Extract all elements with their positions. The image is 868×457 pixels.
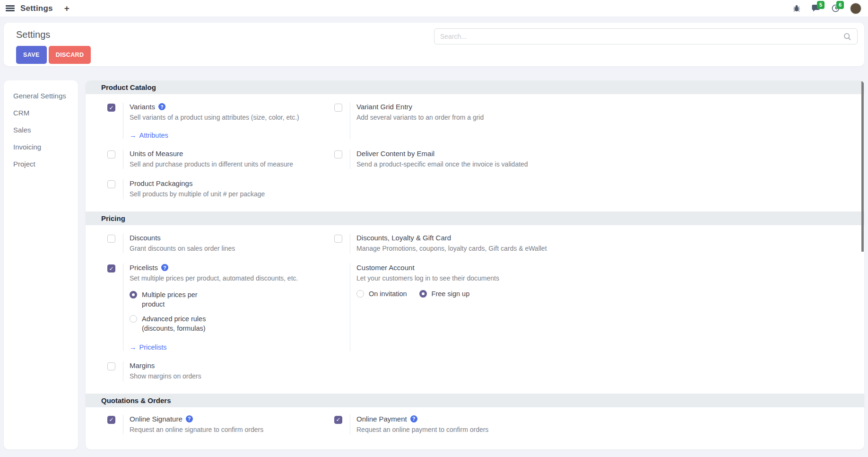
online-payment-checkbox[interactable]: ✓ [334,416,342,424]
loyalty-checkbox[interactable] [334,235,342,243]
menu-icon[interactable] [6,5,15,11]
setting-row: ✓ Pricelists ? Set multiple prices per p… [101,264,864,351]
settings-sidebar: General Settings CRM Sales Invoicing Pro… [4,80,78,449]
sidebar-item-general-settings[interactable]: General Settings [13,92,78,100]
setting-discounts-loyalty-gift-card: Discounts, Loyalty & Gift Card Manage Pr… [328,234,864,254]
radio-button[interactable] [130,315,137,323]
margins-checkbox[interactable] [107,362,115,370]
product-packagings-checkbox[interactable] [107,180,115,188]
messages-badge: 5 [817,1,825,9]
plus-icon[interactable]: + [64,4,69,13]
save-button[interactable]: SAVE [16,46,47,64]
variants-checkbox[interactable]: ✓ [107,104,115,112]
radio-button[interactable] [130,291,137,299]
arrow-right-icon: → [130,132,137,139]
control-panel: Settings SAVE DISCARD [4,23,864,66]
setting-row: Product Packagings Sell products by mult… [101,179,864,199]
setting-label: Units of Measure [130,149,183,158]
sidebar-item-crm[interactable]: CRM [13,109,78,117]
vertical-scrollbar[interactable] [861,81,864,252]
app-title: Settings [20,4,53,13]
activities-icon[interactable]: 6 [831,4,840,13]
radio-button[interactable] [356,290,364,298]
search-icon[interactable] [843,33,851,41]
messages-icon[interactable]: 5 [811,4,821,13]
section-header-product-catalog: Product Catalog [86,80,864,94]
online-signature-checkbox[interactable]: ✓ [107,416,115,424]
empty-cell [328,361,864,381]
help-icon[interactable]: ? [158,103,165,110]
pricelists-link[interactable]: → Pricelists [130,343,298,351]
setting-label: Margins [130,361,155,369]
radio-advanced-price-rules[interactable]: Advanced price rules (discounts, formula… [130,314,298,334]
setting-online-signature: ✓ Online Signature ? Request an online s… [101,415,328,435]
discounts-checkbox[interactable] [107,235,115,243]
radio-multiple-prices[interactable]: Multiple prices per product [130,290,298,309]
setting-margins: Margins Show margins on orders [101,361,328,381]
variant-grid-entry-checkbox[interactable] [334,104,342,112]
section-header-quotations-orders: Quotations & Orders [86,394,864,407]
setting-description: Sell variants of a product using attribu… [130,113,299,123]
setting-description: Set multiple prices per product, automat… [130,274,298,283]
setting-label: Customer Account [356,264,415,272]
empty-cell [328,179,864,199]
setting-label: Product Packagings [130,179,192,187]
help-icon[interactable]: ? [410,415,417,422]
section-header-pricing: Pricing [86,211,864,225]
setting-row: Discounts Grant discounts on sales order… [101,234,864,254]
radio-button[interactable] [419,290,427,298]
setting-description: Sell products by multiple of unit # per … [130,190,265,199]
settings-content: Product Catalog ✓ Variants ? Sell varian… [86,80,864,449]
setting-description: Grant discounts on sales order lines [130,244,235,254]
setting-description: Request an online signature to confirm o… [130,425,263,435]
top-navbar: Settings + 5 6 [0,0,868,17]
sidebar-item-project[interactable]: Project [13,160,78,168]
activities-badge: 6 [836,1,844,9]
setting-deliver-content-by-email: Deliver Content by Email Send a product-… [328,149,864,169]
setting-label: Discounts [130,234,161,242]
sidebar-item-invoicing[interactable]: Invoicing [13,143,78,151]
setting-discounts: Discounts Grant discounts on sales order… [101,234,328,254]
setting-label: Variant Grid Entry [356,103,412,111]
checkbox-spacer [328,264,350,351]
search-input[interactable] [440,33,843,40]
setting-label: Discounts, Loyalty & Gift Card [356,234,451,242]
setting-description: Send a product-specific email once the i… [356,160,528,169]
arrow-right-icon: → [130,343,137,351]
search-box[interactable] [434,28,858,44]
help-icon[interactable]: ? [161,264,168,271]
setting-customer-account: Customer Account Let your customers log … [328,264,864,351]
setting-row: Margins Show margins on orders [101,361,864,381]
setting-online-payment: ✓ Online Payment ? Request an online pay… [328,415,864,435]
setting-description: Sell and purchase products in different … [130,160,293,169]
pricelists-checkbox[interactable]: ✓ [107,264,115,272]
radio-on-invitation[interactable]: On invitation [356,289,407,299]
setting-row: ✓ Online Signature ? Request an online s… [101,415,864,435]
setting-label: Deliver Content by Email [356,149,434,158]
setting-variants: ✓ Variants ? Sell variants of a product … [101,103,328,139]
setting-label: Variants [130,103,155,111]
deliver-content-checkbox[interactable] [334,150,342,158]
setting-row: ✓ Variants ? Sell variants of a product … [101,103,864,139]
setting-row: Units of Measure Sell and purchase produ… [101,149,864,169]
sidebar-item-sales[interactable]: Sales [13,126,78,134]
setting-description: Manage Promotions, coupons, loyalty card… [356,244,547,254]
help-icon[interactable]: ? [186,415,193,422]
setting-description: Request an online payment to confirm ord… [356,425,488,435]
setting-description: Show margins on orders [130,372,201,381]
setting-variant-grid-entry: Variant Grid Entry Add several variants … [328,103,864,139]
setting-label: Online Signature [130,415,182,423]
setting-product-packagings: Product Packagings Sell products by mult… [101,179,328,199]
units-of-measure-checkbox[interactable] [107,150,115,158]
setting-units-of-measure: Units of Measure Sell and purchase produ… [101,149,328,169]
setting-description: Let your customers log in to see their d… [356,274,499,283]
discard-button[interactable]: DISCARD [49,46,91,64]
setting-label: Pricelists [130,264,158,272]
setting-label: Online Payment [356,415,407,423]
setting-description: Add several variants to an order from a … [356,113,484,123]
bug-icon[interactable] [792,4,801,13]
user-avatar[interactable] [850,3,861,14]
radio-free-sign-up[interactable]: Free sign up [419,289,470,299]
attributes-link[interactable]: → Attributes [130,132,299,139]
setting-pricelists: ✓ Pricelists ? Set multiple prices per p… [101,264,328,351]
